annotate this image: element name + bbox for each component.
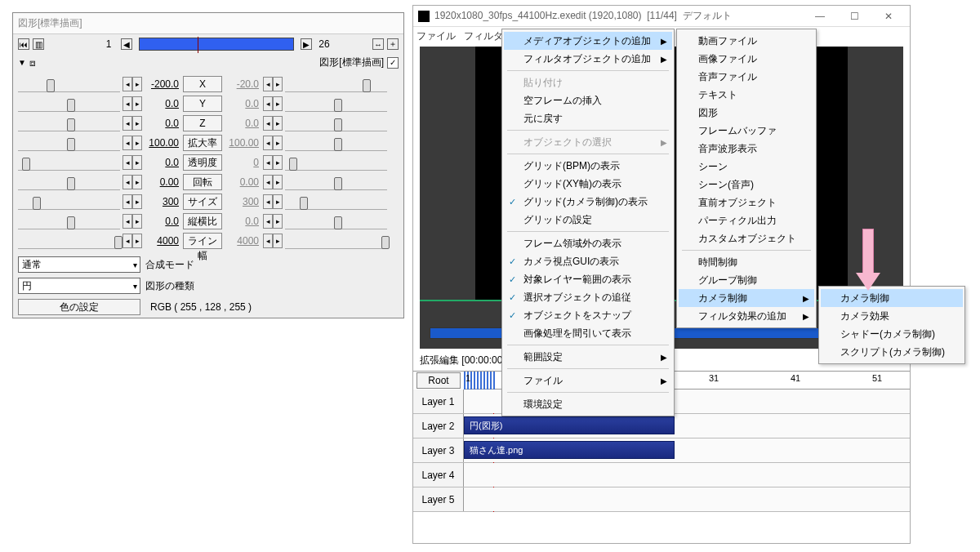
menu-item[interactable]: ✓オブジェクトをスナップ	[504, 306, 672, 324]
nudge-left-dec[interactable]: ◂	[122, 234, 132, 248]
menu-item[interactable]: 元に戻す	[504, 109, 672, 127]
menu-item[interactable]: フィルタ効果の追加▶	[679, 307, 814, 325]
param-value-right[interactable]: -20.0	[225, 78, 261, 90]
minimize-button[interactable]: —	[804, 8, 836, 24]
nudge-right-dec[interactable]: ◂	[263, 214, 273, 229]
menu-item[interactable]: グリッドの設定	[504, 211, 672, 229]
timeline-clip[interactable]: 猫さん達.png	[464, 441, 675, 459]
menu-item[interactable]: カメラ制御	[821, 289, 963, 307]
param-value-left[interactable]: 100.00	[145, 137, 180, 149]
nudge-right-dec[interactable]: ◂	[263, 77, 273, 91]
root-button[interactable]: Root	[416, 372, 461, 389]
menu-item[interactable]: シーン(音声)	[679, 176, 814, 194]
param-slider-left[interactable]	[18, 174, 120, 190]
nudge-left-inc[interactable]: ▸	[132, 96, 142, 111]
nudge-right-dec[interactable]: ◂	[263, 194, 273, 209]
param-slider-right[interactable]	[285, 96, 387, 112]
timeline-clip[interactable]: 円(図形)	[464, 416, 675, 434]
param-value-right[interactable]: 0.00	[225, 176, 261, 188]
menu-item[interactable]: 環境設定	[504, 395, 672, 413]
param-value-left[interactable]: 300	[145, 196, 180, 207]
param-value-left[interactable]: 0.0	[145, 216, 180, 227]
blend-mode-dropdown[interactable]: 通常	[18, 256, 140, 273]
param-value-left[interactable]: -200.0	[145, 78, 180, 90]
param-slider-right[interactable]	[285, 115, 387, 131]
menu-item[interactable]: カメラ効果	[821, 307, 963, 325]
range-button[interactable]: ▥	[33, 38, 44, 50]
param-slider-right[interactable]	[285, 76, 387, 92]
nudge-left-inc[interactable]: ▸	[132, 116, 142, 131]
param-value-right[interactable]: 100.00	[225, 137, 261, 149]
menu-item[interactable]: フレームバッファ	[679, 122, 814, 140]
menu-item[interactable]: 時間制御	[679, 253, 814, 271]
menu-item[interactable]: グループ制御	[679, 271, 814, 289]
param-name-button[interactable]: サイズ	[183, 194, 222, 210]
layer-label[interactable]: Layer 5	[413, 487, 464, 511]
menu-item[interactable]: グリッド(XY軸)の表示	[504, 175, 672, 193]
layer-label[interactable]: Layer 1	[413, 390, 464, 413]
menu-item[interactable]: 音声波形表示	[679, 140, 814, 158]
frame-slider[interactable]	[139, 38, 294, 51]
param-value-right[interactable]: 300	[225, 196, 261, 207]
layer-track[interactable]: 猫さん達.png	[464, 438, 910, 462]
nudge-right-inc[interactable]: ▸	[273, 214, 283, 229]
first-frame-button[interactable]: ⏮	[18, 38, 29, 50]
menu-item[interactable]: シーン	[679, 158, 814, 176]
menu-item[interactable]: グリッド(BPM)の表示	[504, 157, 672, 175]
maximize-button[interactable]: ☐	[838, 8, 871, 24]
menu-item[interactable]: フレーム領域外の表示	[504, 234, 672, 252]
param-name-button[interactable]: 回転	[183, 174, 222, 190]
menu-item[interactable]: シャドー(カメラ制御)	[821, 325, 963, 343]
menu-item[interactable]: ✓カメラ視点GUIの表示	[504, 252, 672, 270]
param-name-button[interactable]: 拡大率	[183, 135, 222, 151]
nudge-right-dec[interactable]: ◂	[263, 234, 273, 248]
param-slider-left[interactable]	[18, 76, 120, 92]
nudge-left-dec[interactable]: ◂	[122, 214, 132, 229]
nudge-right-dec[interactable]: ◂	[263, 175, 273, 189]
menu-item[interactable]: ✓選択オブジェクトの追従	[504, 288, 672, 306]
param-slider-right[interactable]	[285, 135, 387, 151]
menu-item[interactable]: 範囲設定▶	[504, 348, 672, 366]
param-name-button[interactable]: 縦横比	[183, 213, 222, 229]
param-slider-left[interactable]	[18, 135, 120, 151]
param-slider-left[interactable]	[18, 115, 120, 131]
layer-track[interactable]: 円(図形)	[464, 414, 910, 438]
nudge-right-inc[interactable]: ▸	[273, 194, 283, 209]
nudge-right-inc[interactable]: ▸	[273, 175, 283, 189]
param-slider-right[interactable]	[285, 213, 387, 229]
menu-filter[interactable]: フィルタ	[464, 29, 503, 43]
param-slider-left[interactable]	[18, 194, 120, 210]
param-slider-left[interactable]	[18, 154, 120, 171]
param-value-right[interactable]: 0.0	[225, 216, 261, 227]
nudge-right-dec[interactable]: ◂	[263, 96, 273, 111]
nudge-right-inc[interactable]: ▸	[273, 155, 283, 170]
close-button[interactable]: ✕	[872, 8, 905, 24]
nudge-left-dec[interactable]: ◂	[122, 136, 132, 150]
param-value-left[interactable]: 0.0	[145, 98, 180, 109]
menu-item[interactable]: 画像処理を間引いて表示	[504, 324, 672, 342]
shape-type-dropdown[interactable]: 円	[18, 278, 140, 294]
layer-track[interactable]	[464, 463, 910, 487]
param-value-left[interactable]: 4000	[145, 235, 180, 247]
menu-file[interactable]: ファイル	[416, 29, 456, 43]
nudge-left-inc[interactable]: ▸	[132, 77, 142, 91]
param-slider-left[interactable]	[18, 96, 120, 112]
param-value-left[interactable]: 0.0	[145, 118, 180, 129]
param-value-left[interactable]: 0.0	[145, 157, 180, 168]
nudge-left-dec[interactable]: ◂	[122, 194, 132, 209]
visibility-checkbox[interactable]: ✓	[387, 57, 399, 69]
menu-item[interactable]: 画像ファイル	[679, 50, 814, 68]
param-slider-left[interactable]	[18, 233, 120, 249]
menu-item[interactable]: 図形	[679, 104, 814, 122]
nudge-right-dec[interactable]: ◂	[263, 155, 273, 170]
menu-item[interactable]: 動画ファイル	[679, 32, 814, 50]
nudge-left-dec[interactable]: ◂	[122, 77, 132, 91]
nudge-right-inc[interactable]: ▸	[273, 116, 283, 131]
menu-item[interactable]: 空フレームの挿入	[504, 91, 672, 109]
nudge-left-inc[interactable]: ▸	[132, 136, 142, 150]
menu-item[interactable]: ✓グリッド(カメラ制御)の表示	[504, 193, 672, 211]
move-button[interactable]: ↔	[372, 38, 384, 50]
menu-item[interactable]: フィルタオブジェクトの追加▶	[504, 50, 672, 68]
param-name-button[interactable]: Y	[183, 96, 222, 112]
param-value-right[interactable]: 4000	[225, 235, 261, 247]
